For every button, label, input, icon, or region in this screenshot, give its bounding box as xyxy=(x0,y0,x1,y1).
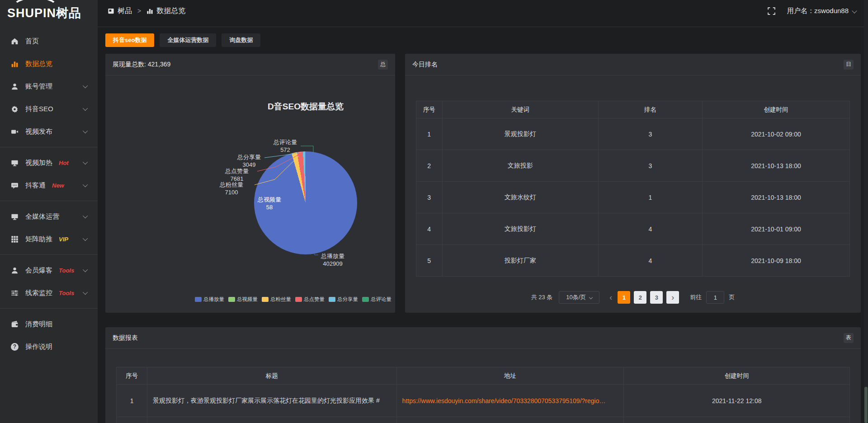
chevron-down-icon xyxy=(83,236,88,241)
sidebar-item-account[interactable]: 账号管理 xyxy=(0,75,98,98)
tab-douyin-seo-data[interactable]: 抖音seo数据 xyxy=(105,33,154,47)
sidebar-item-label: 账号管理 xyxy=(25,82,52,91)
pie-label-plays: 总播放量 402909 xyxy=(308,252,358,268)
overview-panel: 展现量总数: 421,369 总 D音SEO数据量总览 总评论量 xyxy=(105,54,395,313)
page-button-3[interactable]: 3 xyxy=(650,291,663,304)
sidebar-item-matrix-boost[interactable]: 矩阵助推 VIP xyxy=(0,228,98,250)
sidebar-item-home[interactable]: 首页 xyxy=(0,30,98,52)
gear-icon xyxy=(11,105,19,113)
goto-label: 前往 xyxy=(690,293,702,301)
overview-total-label: 展现量总数: 421,369 xyxy=(113,61,170,69)
scrollbar-thumb[interactable] xyxy=(864,387,868,423)
breadcrumb: 树品 数据总览 xyxy=(108,6,185,16)
sidebar-item-doketong[interactable]: 抖客通 New xyxy=(0,174,98,197)
video-link[interactable]: https://www.iesdouyin.com/share/video/70… xyxy=(402,397,606,404)
sidebar-item-all-media[interactable]: 全媒体运营 xyxy=(0,205,98,228)
table-row[interactable]: 4文旅投影灯42021-10-01 09:00 xyxy=(416,213,850,245)
table-row[interactable]: 3文旅水纹灯12021-10-13 18:00 xyxy=(416,182,850,213)
table-row[interactable]: 1景观投影灯32021-10-02 09:00 xyxy=(416,118,850,150)
pagination-total: 共 23 条 xyxy=(531,293,553,301)
ranking-panel: 今日排名 日 序号 关键词 排名 创建时间 xyxy=(405,54,861,313)
sidebar-menu: 首页 数据总览 账号管理 抖音SEO 视频发布 视频加热 Hot xyxy=(0,26,98,358)
overview-panel-header: 展现量总数: 421,369 总 xyxy=(105,54,395,75)
topbar: 树品 数据总览 用户名：zswodun88 xyxy=(98,0,868,22)
grid-icon xyxy=(11,235,19,243)
monitor-icon xyxy=(11,213,19,221)
user-menu[interactable]: 用户名：zswodun88 xyxy=(787,7,856,15)
sidebar-item-video-publish[interactable]: 视频发布 xyxy=(0,120,98,143)
table-row[interactable]: 5投影灯厂家42021-10-09 18:00 xyxy=(416,245,850,277)
pie-label-comments: 总评论量 572 xyxy=(260,138,310,154)
app-logo[interactable]: SHUPIN树品 xyxy=(0,0,98,26)
legend-item[interactable]: 总粉丝量 xyxy=(262,296,291,303)
ranking-table-wrap: 序号 关键词 排名 创建时间 1景观投影灯32021-10-02 09:00 xyxy=(405,75,861,313)
prev-page-button[interactable] xyxy=(609,293,612,302)
page-button-2[interactable]: 2 xyxy=(634,291,646,304)
sliders-icon xyxy=(11,289,19,297)
tools-badge: Tools xyxy=(59,290,74,296)
col-header-no: 序号 xyxy=(117,367,147,385)
tab-inquiry-data[interactable]: 询盘数据 xyxy=(222,33,260,47)
chevron-down-icon xyxy=(83,106,88,111)
report-table: 序号 标题 地址 创建时间 1 景观投影灯，夜游景观投影灯厂家展示展示落花灯在花… xyxy=(116,367,850,423)
sidebar-item-douyin-seo[interactable]: 抖音SEO xyxy=(0,98,98,120)
legend-swatch xyxy=(262,297,269,302)
col-header-created: 创建时间 xyxy=(624,367,850,385)
legend-item[interactable]: 总播放量 xyxy=(195,296,224,303)
table-row-partial xyxy=(117,417,850,423)
legend-item[interactable]: 总点赞量 xyxy=(295,296,325,303)
col-header-rank: 排名 xyxy=(598,101,702,118)
col-header-created: 创建时间 xyxy=(702,101,849,118)
main-area: 树品 数据总览 用户名：zswodun88 抖音seo数据 全媒体运营数据 询盘… xyxy=(98,0,868,423)
legend-swatch xyxy=(195,297,202,302)
sidebar-item-clue-monitor[interactable]: 线索监控 Tools xyxy=(0,282,98,304)
sidebar-item-data-overview[interactable]: 数据总览 xyxy=(0,52,98,75)
fullscreen-icon[interactable] xyxy=(768,7,775,15)
page-button-1[interactable]: 1 xyxy=(618,291,630,304)
sidebar-item-label: 操作说明 xyxy=(25,343,52,351)
breadcrumb-current[interactable]: 数据总览 xyxy=(156,6,185,16)
total-badge-button[interactable]: 总 xyxy=(378,60,388,70)
page-size-select[interactable]: 10条/页 xyxy=(559,291,599,304)
sidebar-item-label: 视频加热 xyxy=(25,159,52,167)
col-header-url: 地址 xyxy=(396,367,624,385)
ranking-panel-title: 今日排名 xyxy=(412,61,438,69)
chart-title: D音SEO数据量总览 xyxy=(268,101,344,113)
chevron-down-icon xyxy=(83,213,88,218)
day-badge-button[interactable]: 日 xyxy=(844,60,854,70)
report-table-wrap: 序号 标题 地址 创建时间 1 景观投影灯，夜游景观投影灯厂家展示展示落花灯在花… xyxy=(105,349,861,423)
ranking-panel-header: 今日排名 日 xyxy=(405,54,861,75)
next-page-button[interactable] xyxy=(666,291,679,304)
table-row[interactable]: 1 景观投影灯，夜游景观投影灯厂家展示展示落花灯在花园里的灯光投影应用效果 # … xyxy=(117,385,850,417)
page-scrollbar[interactable] xyxy=(864,0,868,423)
sidebar-item-video-heat[interactable]: 视频加热 Hot xyxy=(0,151,98,174)
sidebar-item-member-burst[interactable]: 会员爆客 Tools xyxy=(0,259,98,282)
sidebar-divider xyxy=(0,308,98,309)
legend-swatch xyxy=(362,297,369,302)
legend-item[interactable]: 总分享量 xyxy=(329,296,358,303)
sidebar-item-help[interactable]: 操作说明 xyxy=(0,335,98,358)
legend-item[interactable]: 总视频量 xyxy=(228,296,258,303)
video-camera-icon xyxy=(11,128,19,136)
goto-page-input[interactable] xyxy=(706,291,724,304)
logo-arc xyxy=(11,0,60,10)
legend-item[interactable]: 总评论量 xyxy=(362,296,392,303)
sidebar: SHUPIN树品 首页 数据总览 账号管理 抖音SEO 视频发布 xyxy=(0,0,98,423)
pie-label-shares: 总分享量 3049 xyxy=(224,153,274,169)
table-badge-button[interactable]: 表 xyxy=(844,333,854,343)
sidebar-item-label: 首页 xyxy=(25,37,39,46)
content-area: 抖音seo数据 全媒体运营数据 询盘数据 展现量总数: 421,369 总 D音… xyxy=(98,27,868,423)
table-row[interactable]: 2文旅投影32021-10-13 18:00 xyxy=(416,150,850,182)
topbar-right: 用户名：zswodun88 xyxy=(768,7,856,15)
user-icon xyxy=(11,83,19,90)
home-icon xyxy=(11,38,19,45)
tab-all-media-data[interactable]: 全媒体运营数据 xyxy=(160,33,216,47)
monitor-icon xyxy=(11,159,19,167)
sidebar-item-consumption[interactable]: 消费明细 xyxy=(0,313,98,335)
chevron-down-icon xyxy=(852,8,857,13)
report-title-cell: 景观投影灯，夜游景观投影灯厂家展示展示落花灯在花园里的灯光投影应用效果 # xyxy=(147,385,396,417)
col-header-no: 序号 xyxy=(416,101,443,118)
question-icon xyxy=(11,343,19,351)
breadcrumb-root[interactable]: 树品 xyxy=(118,6,132,16)
pie-label-likes: 总点赞量 7681 xyxy=(212,167,262,183)
